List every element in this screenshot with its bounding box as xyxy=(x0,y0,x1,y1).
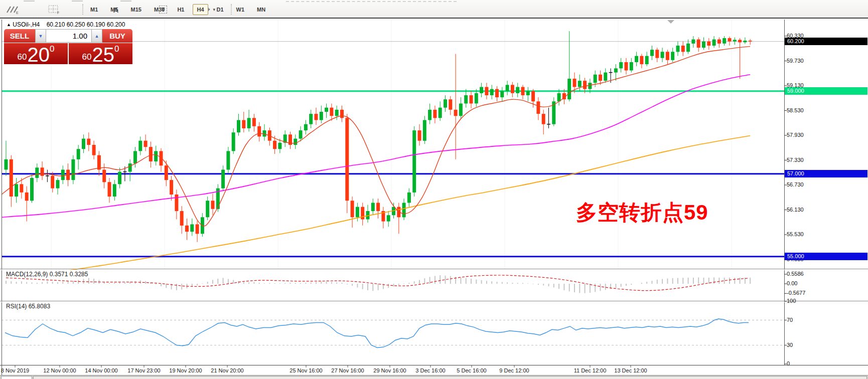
rsi-tick-label: 100 xyxy=(787,298,796,304)
tf-button-mn[interactable]: MN xyxy=(253,4,269,15)
time-axis-label: 17 Nov 23:00 xyxy=(121,367,167,373)
tf-button-m15[interactable]: M15 xyxy=(127,4,146,15)
moving-averages xyxy=(2,47,750,270)
buy-price-prefix: 60 xyxy=(82,52,92,62)
price-badge: 57.000 xyxy=(785,170,867,177)
svg-text:F: F xyxy=(57,11,59,15)
timeframe-buttons: M1M5M15M30H1H4D1W1MN xyxy=(86,4,269,16)
window-frame-mark xyxy=(120,1,131,2)
price-tick-label: 55.530 xyxy=(787,231,804,237)
chart-graphics xyxy=(0,20,868,375)
macd-panel-graphics xyxy=(6,275,750,293)
time-axis-label: 5 Dec 16:00 xyxy=(449,367,495,373)
symbol-title: ▲ USOil-,H4 60.210 60.250 60.190 60.200 xyxy=(7,21,125,28)
macd-tick-label: -0.5677 xyxy=(787,290,805,296)
sell-price-big: 20 xyxy=(27,45,50,64)
window-frame-mark xyxy=(24,1,35,2)
price-tick-label: 59.730 xyxy=(787,58,804,64)
sell-price-button[interactable]: 60 20 0 xyxy=(4,43,68,64)
grid-icon[interactable]: F xyxy=(45,4,62,16)
window-frame-dashes xyxy=(286,1,457,2)
panel-borders xyxy=(0,20,868,375)
toolbar: E FAT❖▾ M1M5M15M30H1H4D1W1MN xyxy=(0,0,868,19)
toolbar-separator xyxy=(82,4,83,15)
time-axis-label: 9 Dec 12:00 xyxy=(491,367,537,373)
tf-button-m30[interactable]: M30 xyxy=(150,4,169,15)
status-cell xyxy=(33,376,867,379)
macd-tick-label: 0.00 xyxy=(787,280,797,286)
time-axis-label: 25 Nov 16:00 xyxy=(283,367,329,373)
price-tick-label: 57.930 xyxy=(787,132,804,138)
svg-text:E: E xyxy=(16,11,19,15)
macd-tick-label: 0.5586 xyxy=(787,271,804,277)
chart-canvas[interactable]: 60.33059.73059.13058.53057.93057.33056.7… xyxy=(0,20,868,375)
time-axis-label: 8 Nov 2019 xyxy=(0,367,38,373)
rsi-tick-label: 70 xyxy=(787,317,793,323)
rsi-tick-label: 30 xyxy=(787,342,793,348)
price-badge: 60.200 xyxy=(785,38,867,45)
volume-input[interactable] xyxy=(46,29,91,43)
tf-button-m5[interactable]: M5 xyxy=(106,4,122,15)
time-axis-label: 19 Nov 20:00 xyxy=(163,367,209,373)
collapse-triangle-icon: ▲ xyxy=(7,22,11,27)
price-tick-label: 56.130 xyxy=(787,207,804,213)
indicator-hatch-icon[interactable]: E xyxy=(4,4,21,16)
time-axis-label: 12 Nov 00:00 xyxy=(37,367,83,373)
sell-price-prefix: 60 xyxy=(18,52,27,62)
macd-indicator-label: MACD(12,26,9) 0.3571 0.3285 xyxy=(6,271,88,278)
sell-price-sup: 0 xyxy=(50,44,54,54)
price-badge: 59.000 xyxy=(785,87,867,95)
grid-lines xyxy=(51,20,732,269)
time-axis-label: 29 Nov 16:00 xyxy=(367,367,413,373)
price-badge: 55.000 xyxy=(785,253,867,260)
chart-shift-triangle-icon[interactable] xyxy=(667,20,674,24)
tf-button-h1[interactable]: H1 xyxy=(173,4,188,15)
status-bar xyxy=(0,375,868,379)
tf-button-h4[interactable]: H4 xyxy=(193,4,208,15)
time-axis-label: 13 Dec 12:00 xyxy=(608,367,654,373)
volume-decrease-button[interactable]: ▼ xyxy=(35,29,46,43)
rsi-tick-label: 0 xyxy=(787,360,790,366)
buy-price-sup: 0 xyxy=(114,44,119,54)
time-axis-label: 3 Dec 16:00 xyxy=(407,367,454,373)
time-axis-label: 14 Nov 00:00 xyxy=(78,367,124,373)
one-click-trade-panel: SELL ▼ ▲ BUY 60 20 0 60 25 0 xyxy=(4,29,132,64)
buy-price-big: 25 xyxy=(92,45,114,64)
window-frame-mark xyxy=(72,1,83,2)
time-axis-label: 27 Nov 16:00 xyxy=(325,367,371,373)
symbol-ohlc-values: 60.210 60.250 60.190 60.200 xyxy=(47,21,125,28)
rsi-panel-graphics xyxy=(2,319,784,348)
tf-button-m1[interactable]: M1 xyxy=(86,4,102,15)
price-tick-label: 57.330 xyxy=(787,157,804,163)
tf-button-d1[interactable]: D1 xyxy=(213,4,228,15)
chart-text-annotation: 多空转折点59 xyxy=(576,199,708,227)
price-tick-label: 58.530 xyxy=(787,107,804,113)
volume-increase-button[interactable]: ▲ xyxy=(91,29,102,43)
price-tick-label: 56.730 xyxy=(787,181,804,187)
time-axis-label: 11 Dec 12:00 xyxy=(567,367,613,373)
buy-button[interactable]: BUY xyxy=(102,29,132,43)
buy-price-button[interactable]: 60 25 0 xyxy=(69,43,132,64)
symbol-name: USOil-,H4 xyxy=(13,21,40,28)
tf-button-w1[interactable]: W1 xyxy=(232,4,249,15)
sell-button[interactable]: SELL xyxy=(4,29,35,43)
toolbar-separator xyxy=(231,4,232,15)
status-cell xyxy=(1,376,32,379)
time-axis-label: 21 Nov 20:00 xyxy=(204,367,250,373)
rsi-indicator-label: RSI(14) 65.8083 xyxy=(6,303,50,310)
